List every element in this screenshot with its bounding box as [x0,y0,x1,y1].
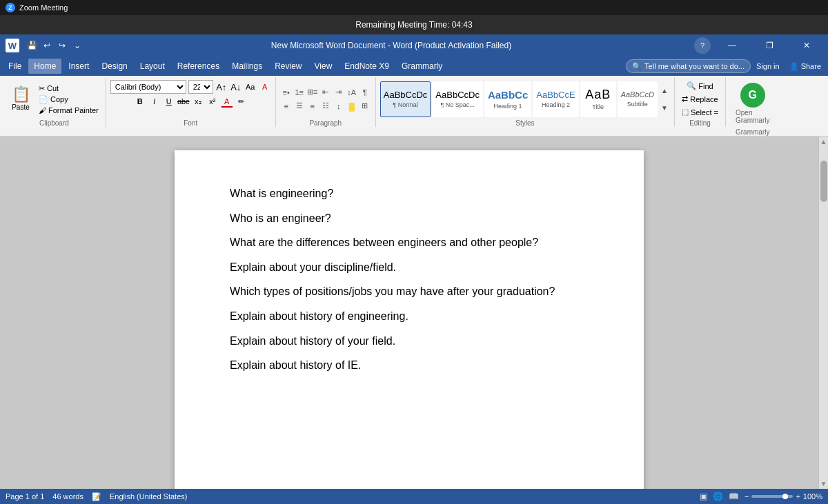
format-painter-button[interactable]: 🖌 Format Painter [36,105,101,115]
select-button[interactable]: ⬚ Select = [679,106,721,118]
shading-button[interactable]: ▓ [346,100,358,112]
status-bar-right: ▣ 🌐 📖 − + 100% [700,492,822,501]
grow-font-button[interactable]: A↑ [215,81,228,93]
highlight-button[interactable]: ✏ [235,95,248,108]
decrease-indent-button[interactable]: ⇤ [319,86,332,99]
replace-button[interactable]: ⇄ Replace [679,93,720,105]
menu-bar: File Home Insert Design Layout Reference… [0,57,828,76]
increase-indent-button[interactable]: ⇥ [333,86,345,99]
bold-button[interactable]: B [134,95,146,108]
find-icon: 🔍 [687,81,696,90]
styles-gallery: AaBbCcDc ¶ Normal AaBbCcDc ¶ No Spac... … [380,81,670,117]
document-scroll[interactable]: What is engineering? Who is an engineer?… [0,137,818,489]
customize-qat-button[interactable]: ⌄ [70,39,84,52]
clipboard-group-content: 📋 Paste ✂ Cut 📄 Copy 🖌 [7,77,101,118]
title-bar-right: ? — ❐ ✕ [694,34,822,57]
web-layout-button[interactable]: 🌐 [713,492,723,501]
menu-view[interactable]: View [309,59,338,74]
strikethrough-button[interactable]: abc [177,95,190,108]
undo-qat-button[interactable]: ↩ [40,39,54,52]
menu-home[interactable]: Home [28,59,61,74]
borders-button[interactable]: ⊞ [359,100,371,112]
align-left-button[interactable]: ≡ [280,100,293,112]
ribbon: 📋 Paste ✂ Cut 📄 Copy 🖌 [0,76,828,137]
subscript-button[interactable]: x₂ [192,95,204,108]
zoom-plus[interactable]: + [796,492,800,501]
vertical-scrollbar[interactable]: ▲ ▼ [818,137,828,489]
restore-button[interactable]: ❐ [753,34,785,57]
style-subtitle[interactable]: AaBbCcD Subtitle [618,81,658,117]
document-page[interactable]: What is engineering? Who is an engineer?… [175,150,644,489]
doc-line-8: Explain about history of IE. [230,356,602,374]
align-right-button[interactable]: ≡ [306,100,319,112]
format-painter-label: Format Painter [48,106,99,114]
doc-line-3: What are the differences between enginee… [230,234,602,252]
word-app-icon: W [6,39,19,52]
open-grammarly-button[interactable]: G OpenGrammarly [730,80,775,127]
show-marks-button[interactable]: ¶ [359,86,371,99]
proofread-icon: 📝 [92,492,101,501]
styles-scroll-up[interactable]: ▲ [659,82,670,99]
style-title-label: Title [592,103,604,110]
close-button[interactable]: ✕ [791,34,822,57]
menu-file[interactable]: File [3,59,27,74]
copy-button[interactable]: 📄 Copy [36,94,101,105]
superscript-button[interactable]: x² [206,95,219,108]
multilevel-button[interactable]: ⊞≡ [306,86,319,99]
menu-layout[interactable]: Layout [135,59,170,74]
style-normal-preview: AaBbCcDc [384,90,428,101]
change-case-button[interactable]: Aa [244,81,257,93]
font-group-label: Font [110,118,271,127]
zoom-minus[interactable]: − [745,492,749,501]
redo-qat-button[interactable]: ↪ [55,39,69,52]
search-icon: 🔍 [632,62,642,71]
minimize-button[interactable]: — [716,34,748,57]
word-title: New Microsoft Word Document - Word (Prod… [88,41,694,50]
sort-button[interactable]: ↕A [346,86,358,99]
align-center-button[interactable]: ☰ [293,100,306,112]
clear-format-button[interactable]: A [259,81,271,93]
style-no-spacing[interactable]: AaBbCcDc ¶ No Spac... [432,81,483,117]
save-qat-button[interactable]: 💾 [25,39,39,52]
shrink-font-button[interactable]: A↓ [230,81,242,93]
style-heading2-preview: AaBbCcE [536,90,575,101]
italic-button[interactable]: I [148,95,161,108]
help-button[interactable]: ? [694,37,711,54]
justify-button[interactable]: ☷ [319,100,332,112]
font-color-button[interactable]: A [221,95,233,108]
style-subtitle-label: Subtitle [627,101,648,108]
menu-references[interactable]: References [172,59,225,74]
scroll-thumb[interactable] [820,161,827,202]
menu-review[interactable]: Review [269,59,307,74]
menu-insert[interactable]: Insert [63,59,95,74]
paste-label: Paste [12,103,30,111]
styles-scroll-down[interactable]: ▼ [659,99,670,116]
share-button[interactable]: 👤 Share [785,61,825,72]
ribbon-group-grammarly: G OpenGrammarly Grammarly [726,77,779,127]
tell-me-box[interactable]: 🔍 Tell me what you want to do... [626,59,751,73]
menu-design[interactable]: Design [96,59,132,74]
cut-button[interactable]: ✂ Cut [36,83,101,94]
sign-in-button[interactable]: Sign in [752,61,784,72]
numbering-button[interactable]: 1≡ [293,86,306,99]
quick-access-toolbar: 💾 ↩ ↪ ⌄ [25,39,84,52]
menu-grammarly[interactable]: Grammarly [396,59,448,74]
menu-mailings[interactable]: Mailings [226,59,268,74]
underline-button[interactable]: U [163,95,175,108]
paste-button[interactable]: 📋 Paste [7,85,34,112]
find-button[interactable]: 🔍 Find [684,80,716,92]
print-layout-button[interactable]: ▣ [700,492,707,501]
style-heading1[interactable]: AaBbCc Heading 1 [484,81,531,117]
line-spacing-button[interactable]: ↕ [333,100,345,112]
style-title[interactable]: AaB Title [580,81,616,117]
clipboard-small-buttons: ✂ Cut 📄 Copy 🖌 Format Painter [36,83,101,115]
style-heading2[interactable]: AaBbCcE Heading 2 [533,81,578,117]
bullets-button[interactable]: ≡• [280,86,293,99]
font-name-select[interactable]: Calibri (Body) [110,80,186,94]
style-normal[interactable]: AaBbCcDc ¶ Normal [380,81,431,117]
font-size-select[interactable]: 22 [188,80,213,94]
read-mode-button[interactable]: 📖 [729,492,739,501]
menu-endnote[interactable]: EndNote X9 [339,59,395,74]
grammarly-group-label: Grammarly [730,127,775,136]
zoom-slider[interactable] [751,495,793,498]
